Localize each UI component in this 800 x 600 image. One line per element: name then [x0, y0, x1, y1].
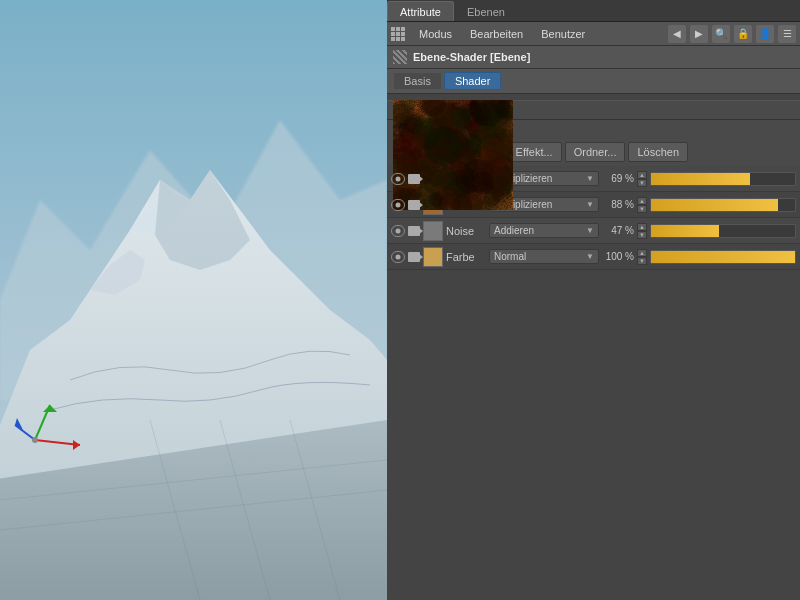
- layer-name: Noise: [446, 225, 486, 237]
- stepper-up-btn[interactable]: ▲: [637, 223, 647, 231]
- main-tab-bar: Attribute Ebenen: [387, 0, 800, 22]
- sub-tab-shader[interactable]: Shader: [444, 72, 501, 90]
- stepper-down-btn[interactable]: ▼: [637, 257, 647, 265]
- opacity-value: 88 %: [602, 199, 634, 210]
- btn-ordner[interactable]: Ordner...: [565, 142, 626, 162]
- blend-mode-dropdown[interactable]: Addieren ▼: [489, 223, 599, 238]
- nav-left-icon[interactable]: ◀: [668, 25, 686, 43]
- opacity-bar-container[interactable]: [650, 172, 796, 186]
- tab-attribute[interactable]: Attribute: [387, 1, 454, 21]
- layer-visibility-toggle[interactable]: [391, 225, 405, 237]
- layer-camera-icon[interactable]: [408, 174, 420, 184]
- stepper-up-btn[interactable]: ▲: [637, 249, 647, 257]
- opacity-value: 69 %: [602, 173, 634, 184]
- layer-row: Farbe Normal ▼ 100 % ▲ ▼: [387, 244, 800, 270]
- opacity-bar-container[interactable]: [650, 198, 796, 212]
- opacity-bar: [651, 225, 719, 237]
- opacity-stepper[interactable]: ▲ ▼: [637, 223, 647, 239]
- tab-attribute-label: Attribute: [400, 6, 441, 18]
- opacity-stepper[interactable]: ▲ ▼: [637, 171, 647, 187]
- layer-thumbnail[interactable]: [423, 247, 443, 267]
- stepper-down-btn[interactable]: ▼: [637, 205, 647, 213]
- opacity-bar: [651, 173, 750, 185]
- layer-visibility-toggle[interactable]: [391, 251, 405, 263]
- menu-modus[interactable]: Modus: [411, 26, 460, 42]
- right-panel: Attribute Ebenen Modus Bearbeiten Benutz…: [387, 0, 800, 600]
- opacity-value: 47 %: [602, 225, 634, 236]
- viewport-3d[interactable]: [0, 0, 387, 600]
- opacity-value: 100 %: [602, 251, 634, 262]
- shader-icon: [393, 50, 407, 64]
- layer-thumbnail[interactable]: [423, 221, 443, 241]
- btn-effekt[interactable]: Effekt...: [507, 142, 562, 162]
- opacity-stepper[interactable]: ▲ ▼: [637, 197, 647, 213]
- menu-bar: Modus Bearbeiten Benutzer ◀ ▶ 🔍 🔒 👤 ☰: [387, 22, 800, 46]
- shader-title: Ebene-Shader [Ebene]: [413, 51, 530, 63]
- stepper-down-btn[interactable]: ▼: [637, 179, 647, 187]
- dropdown-arrow-icon: ▼: [586, 226, 594, 235]
- layer-camera-icon[interactable]: [408, 200, 420, 210]
- layer-row: Noise Addieren ▼ 47 % ▲ ▼: [387, 218, 800, 244]
- layer-camera-icon[interactable]: [408, 226, 420, 236]
- layer-name: Farbe: [446, 251, 486, 263]
- opacity-bar-container[interactable]: [650, 224, 796, 238]
- svg-point-12: [32, 437, 38, 443]
- user-icon[interactable]: 👤: [756, 25, 774, 43]
- btn-loeschen[interactable]: Löschen: [628, 142, 688, 162]
- menu-benutzer[interactable]: Benutzer: [533, 26, 593, 42]
- stepper-up-btn[interactable]: ▲: [637, 171, 647, 179]
- sub-tab-basis-label: Basis: [404, 75, 431, 87]
- menu-right-icons: ◀ ▶ 🔍 🔒 👤 ☰: [668, 25, 796, 43]
- dropdown-arrow-icon: ▼: [586, 252, 594, 261]
- sub-tab-basis[interactable]: Basis: [393, 72, 442, 90]
- stepper-up-btn[interactable]: ▲: [637, 197, 647, 205]
- layer-camera-icon[interactable]: [408, 252, 420, 262]
- opacity-bar: [651, 199, 778, 211]
- opacity-stepper[interactable]: ▲ ▼: [637, 249, 647, 265]
- layer-visibility-toggle[interactable]: [391, 173, 405, 185]
- search-icon[interactable]: 🔍: [712, 25, 730, 43]
- nav-right-icon[interactable]: ▶: [690, 25, 708, 43]
- sub-tab-shader-label: Shader: [455, 75, 490, 87]
- texture-preview[interactable]: [393, 100, 513, 210]
- menu-icon[interactable]: ☰: [778, 25, 796, 43]
- dropdown-arrow-icon: ▼: [586, 174, 594, 183]
- lock-icon[interactable]: 🔒: [734, 25, 752, 43]
- tab-ebenen-label: Ebenen: [467, 6, 505, 18]
- grid-menu-icon[interactable]: [391, 27, 405, 41]
- sub-tab-bar: Basis Shader: [387, 69, 800, 94]
- opacity-bar: [651, 251, 795, 263]
- opacity-bar-container[interactable]: [650, 250, 796, 264]
- blend-mode-dropdown[interactable]: Normal ▼: [489, 249, 599, 264]
- layer-visibility-toggle[interactable]: [391, 199, 405, 211]
- shader-header: Ebene-Shader [Ebene]: [387, 46, 800, 69]
- menu-bearbeiten[interactable]: Bearbeiten: [462, 26, 531, 42]
- dropdown-arrow-icon: ▼: [586, 200, 594, 209]
- blend-mode-value: Addieren: [494, 225, 534, 236]
- tab-ebenen[interactable]: Ebenen: [454, 1, 518, 21]
- blend-mode-value: Normal: [494, 251, 526, 262]
- stepper-down-btn[interactable]: ▼: [637, 231, 647, 239]
